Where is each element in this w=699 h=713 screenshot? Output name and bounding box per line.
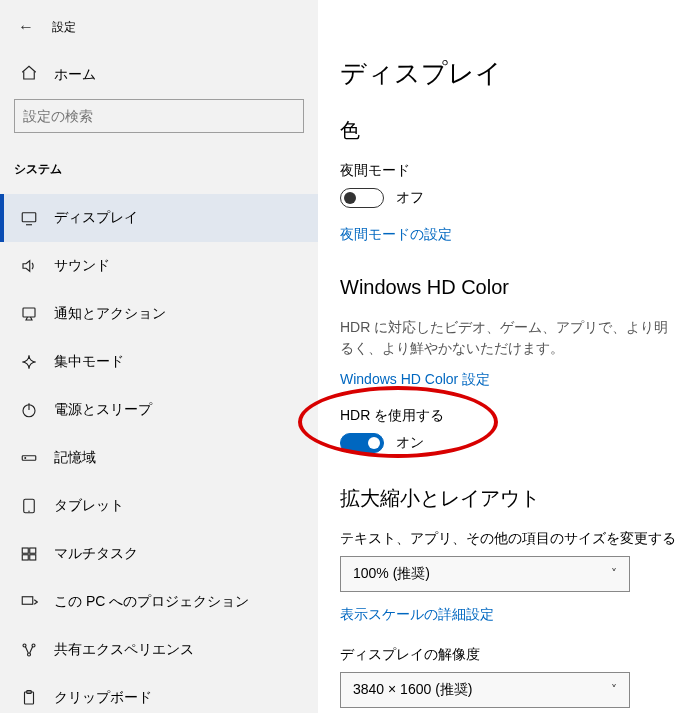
- svg-rect-4: [23, 308, 35, 317]
- nav-item-label: 集中モード: [54, 353, 124, 371]
- night-mode-toggle[interactable]: [340, 188, 384, 208]
- resolution-label: ディスプレイの解像度: [340, 646, 677, 664]
- text-size-label: テキスト、アプリ、その他の項目のサイズを変更する: [340, 530, 677, 548]
- nav-group-label: システム: [0, 139, 318, 188]
- power-icon: [20, 401, 38, 419]
- text-size-combo[interactable]: 100% (推奨) ˅: [340, 556, 630, 592]
- night-mode-state: オフ: [396, 189, 424, 207]
- section-color-heading: 色: [340, 117, 677, 144]
- focus-icon: [20, 353, 38, 371]
- nav-item-multitask[interactable]: マルチタスク: [0, 530, 318, 578]
- svg-rect-2: [22, 213, 36, 222]
- nav-home-label: ホーム: [54, 66, 96, 84]
- multitask-icon: [20, 545, 38, 563]
- svg-point-8: [25, 458, 26, 459]
- night-mode-label: 夜間モード: [340, 162, 677, 180]
- tablet-icon: [20, 497, 38, 515]
- resolution-combo[interactable]: 3840 × 1600 (推奨) ˅: [340, 672, 630, 708]
- nav-item-display[interactable]: ディスプレイ: [0, 194, 318, 242]
- share-icon: [20, 641, 38, 659]
- section-scale-heading: 拡大縮小とレイアウト: [340, 485, 677, 512]
- page-title: ディスプレイ: [340, 56, 677, 91]
- nav-item-label: マルチタスク: [54, 545, 138, 563]
- section-scale: 拡大縮小とレイアウト テキスト、アプリ、その他の項目のサイズを変更する 100%…: [340, 485, 677, 708]
- display-icon: [20, 209, 38, 227]
- section-hdcolor: Windows HD Color HDR に対応したビデオ、ゲーム、アプリで、よ…: [340, 276, 677, 453]
- section-hdcolor-heading: Windows HD Color: [340, 276, 677, 299]
- text-size-value: 100% (推奨): [353, 565, 430, 583]
- svg-point-18: [28, 653, 31, 656]
- scale-advanced-link[interactable]: 表示スケールの詳細設定: [340, 606, 494, 624]
- clipboard-icon: [20, 689, 38, 707]
- resolution-value: 3840 × 1600 (推奨): [353, 681, 472, 699]
- nav-item-sound[interactable]: サウンド: [0, 242, 318, 290]
- nav-item-shared-experiences[interactable]: 共有エクスペリエンス: [0, 626, 318, 674]
- nav-item-label: 電源とスリープ: [54, 401, 152, 419]
- home-icon: [20, 64, 38, 85]
- svg-rect-13: [22, 555, 28, 560]
- nav-list: ディスプレイ サウンド 通知とアクション 集中モード 電源とスリープ: [0, 194, 318, 713]
- nav-item-storage[interactable]: 記憶域: [0, 434, 318, 482]
- night-mode-link[interactable]: 夜間モードの設定: [340, 226, 452, 244]
- chevron-down-icon: ˅: [611, 567, 617, 581]
- svg-rect-11: [22, 548, 28, 553]
- hdr-label: HDR を使用する: [340, 407, 677, 425]
- nav-item-label: 記憶域: [54, 449, 96, 467]
- svg-rect-15: [22, 597, 33, 605]
- search-input[interactable]: [23, 108, 295, 124]
- nav-item-notifications[interactable]: 通知とアクション: [0, 290, 318, 338]
- back-button[interactable]: ←: [18, 18, 34, 36]
- titlebar: ← 設定: [0, 12, 318, 50]
- nav-item-label: ディスプレイ: [54, 209, 138, 227]
- hdr-state: オン: [396, 434, 424, 452]
- svg-rect-14: [30, 555, 36, 560]
- app-title: 設定: [52, 19, 76, 36]
- hdr-toggle[interactable]: [340, 433, 384, 453]
- content: ディスプレイ 色 夜間モード オフ 夜間モードの設定 Windows HD Co…: [318, 0, 699, 713]
- nav-item-tablet[interactable]: タブレット: [0, 482, 318, 530]
- sound-icon: [20, 257, 38, 275]
- nav-item-power[interactable]: 電源とスリープ: [0, 386, 318, 434]
- search-box[interactable]: [14, 99, 304, 133]
- svg-rect-12: [30, 548, 36, 553]
- nav-item-label: 共有エクスペリエンス: [54, 641, 194, 659]
- notify-icon: [20, 305, 38, 323]
- nav-home[interactable]: ホーム: [0, 50, 318, 99]
- nav-item-label: クリップボード: [54, 689, 152, 707]
- nav-item-focus[interactable]: 集中モード: [0, 338, 318, 386]
- nav-item-label: タブレット: [54, 497, 124, 515]
- hdcolor-desc: HDR に対応したビデオ、ゲーム、アプリで、より明るく、より鮮やかないただけます…: [340, 317, 677, 359]
- section-color: 色 夜間モード オフ 夜間モードの設定: [340, 117, 677, 244]
- sidebar: ← 設定 ホーム システム ディスプレイ サウンド: [0, 0, 318, 713]
- nav-item-label: サウンド: [54, 257, 110, 275]
- storage-icon: [20, 449, 38, 467]
- project-icon: [20, 593, 38, 611]
- nav-item-clipboard[interactable]: クリップボード: [0, 674, 318, 713]
- nav-item-label: この PC へのプロジェクション: [54, 593, 249, 611]
- nav-item-project[interactable]: この PC へのプロジェクション: [0, 578, 318, 626]
- nav-item-label: 通知とアクション: [54, 305, 166, 323]
- hdcolor-link[interactable]: Windows HD Color 設定: [340, 371, 490, 389]
- chevron-down-icon: ˅: [611, 683, 617, 697]
- search-wrap: [0, 99, 318, 139]
